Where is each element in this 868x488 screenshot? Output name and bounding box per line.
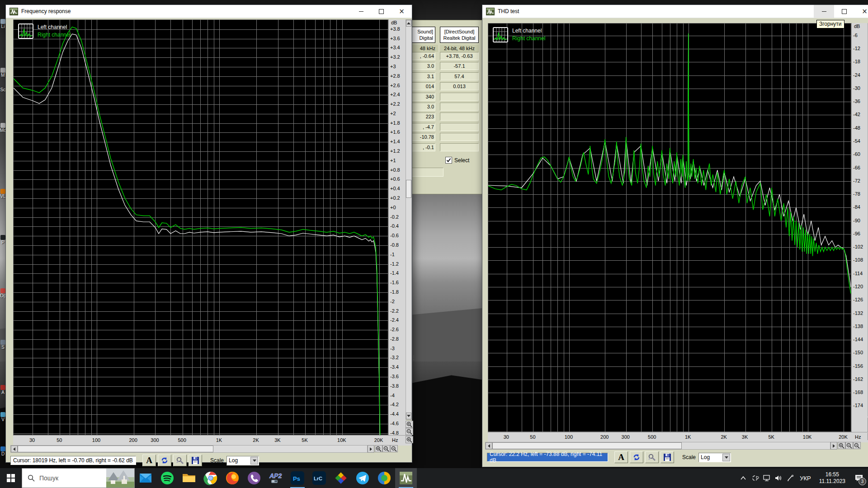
- y-tick-label: -3.4: [390, 364, 399, 370]
- tray-pen-icon[interactable]: [784, 468, 796, 488]
- tray-capture-icon[interactable]: [749, 468, 761, 488]
- y-tick-label: -2.8: [390, 336, 399, 342]
- refresh-button[interactable]: [630, 451, 643, 463]
- result-cell: -57.1: [440, 62, 479, 70]
- result-cell: [440, 143, 479, 151]
- x-zoom-out-button[interactable]: [845, 442, 853, 449]
- scroll-thumb[interactable]: [492, 442, 682, 449]
- search-daily-image[interactable]: [106, 469, 134, 488]
- scroll-right-button[interactable]: [830, 442, 837, 450]
- y-tick-label: -78: [853, 191, 860, 197]
- plot-area[interactable]: Left channelRight channel: [488, 23, 851, 432]
- maximize-button[interactable]: [371, 5, 392, 18]
- taskbar-app-analyzer[interactable]: [395, 468, 417, 488]
- close-button[interactable]: ×: [854, 5, 868, 18]
- settings-button[interactable]: [645, 451, 659, 463]
- select-checkbox[interactable]: [445, 157, 452, 164]
- taskbar-app-explorer[interactable]: [178, 468, 200, 488]
- scroll-thumb[interactable]: [18, 446, 213, 452]
- y-tick-label: -162: [853, 376, 863, 382]
- x-zoom-in-button[interactable]: [838, 442, 845, 449]
- notification-badge: 3: [859, 478, 866, 485]
- action-center-button[interactable]: 3: [850, 468, 868, 488]
- scale-dropdown[interactable]: Log: [226, 456, 259, 465]
- x-zoom-out-button[interactable]: [382, 445, 390, 452]
- x-tick-label: 10K: [803, 434, 812, 440]
- y-tick-label: +1: [390, 158, 396, 163]
- y-tick-label: -4.2: [390, 402, 399, 407]
- scale-dropdown[interactable]: Log: [698, 453, 731, 462]
- minimize-button[interactable]: [351, 5, 371, 18]
- y-tick-label: -1.2: [390, 261, 399, 267]
- tray-network-icon[interactable]: [761, 468, 773, 488]
- taskbar-app-spotify[interactable]: [156, 468, 178, 488]
- y-tick-label: +0: [390, 205, 396, 210]
- horizontal-scrollbar[interactable]: [485, 442, 830, 450]
- window-title: THD test: [498, 8, 519, 14]
- scroll-down-button[interactable]: [406, 413, 411, 419]
- clock[interactable]: 16:55 11.11.2023: [815, 471, 850, 485]
- refresh-button[interactable]: [158, 455, 171, 466]
- taskbar-app-diamond[interactable]: [330, 468, 352, 488]
- y-tick-label: -108: [853, 257, 863, 263]
- y-tick-label: +3.6: [390, 36, 400, 41]
- mail-icon: [138, 471, 153, 485]
- x-tick-label: 300: [622, 434, 630, 440]
- x-zoom-out2-button[interactable]: [853, 442, 861, 449]
- font-button[interactable]: A: [142, 455, 156, 466]
- zoom-reset-button[interactable]: [406, 436, 413, 443]
- plot-area[interactable]: Left channelRight channel: [13, 19, 388, 435]
- taskbar-app-firefox[interactable]: [222, 468, 243, 488]
- app-icon: [9, 8, 18, 15]
- vertical-scrollbar[interactable]: [406, 19, 412, 420]
- cursor-readout[interactable]: Cursor: 18019 Hz, left = -0.70 dB, right…: [10, 456, 136, 465]
- taskbar-app-viber[interactable]: [243, 468, 265, 488]
- taskbar-app-photoshop[interactable]: Ps: [287, 468, 308, 488]
- x-zoom-in-button[interactable]: [375, 445, 382, 452]
- scroll-right-button[interactable]: [368, 445, 374, 453]
- device-header-2[interactable]: [DirectSound]Realtek Digital: [440, 27, 479, 43]
- start-button[interactable]: [0, 468, 22, 488]
- y-tick-label: -0.2: [390, 214, 399, 220]
- taskbar-app-chrome[interactable]: [200, 468, 222, 488]
- x-zoom-out2-button[interactable]: [390, 445, 398, 452]
- desktop-icon-glyph: [0, 288, 5, 293]
- scroll-up-button[interactable]: [406, 20, 411, 27]
- x-tick-label: 30: [504, 434, 509, 440]
- dropdown-arrow-button[interactable]: [722, 454, 730, 461]
- save-button[interactable]: [189, 455, 202, 466]
- scroll-left-button[interactable]: [11, 446, 18, 452]
- y-tick-label: -66: [853, 165, 860, 170]
- close-button[interactable]: ×: [392, 5, 412, 18]
- telegram-icon: [355, 471, 370, 485]
- tray-volume-icon[interactable]: [773, 468, 784, 488]
- minimize-button[interactable]: [814, 5, 834, 18]
- desktop-icon-glyph: [0, 340, 5, 345]
- taskbar-app-circle-app[interactable]: [373, 468, 395, 488]
- maximize-button[interactable]: [834, 5, 854, 18]
- y-zoom-in-button[interactable]: [406, 421, 413, 428]
- taskbar-app-mail[interactable]: [135, 468, 156, 488]
- save-button[interactable]: [660, 451, 674, 463]
- cursor-readout[interactable]: Cursor: 22.2 Hz, left = -73.88 dB, right…: [487, 453, 608, 462]
- y-zoom-out-button[interactable]: [406, 428, 413, 435]
- taskbar-app-ap2[interactable]: AP2: [265, 468, 287, 488]
- dropdown-arrow-button[interactable]: [250, 457, 258, 465]
- horizontal-scrollbar[interactable]: [10, 445, 368, 453]
- taskbar-app-telegram[interactable]: [352, 468, 373, 488]
- tray-chevron-icon[interactable]: [737, 468, 749, 488]
- scroll-thumb[interactable]: [406, 180, 411, 198]
- language-indicator[interactable]: УКР: [796, 475, 815, 482]
- legend-right-channel: Right channel: [38, 31, 71, 39]
- diamond-icon: [334, 471, 348, 485]
- settings-button[interactable]: [173, 455, 187, 466]
- x-axis-labels: 30501002003005001K2K3K5K10K20KHz: [488, 432, 868, 442]
- taskbar-apps: AP2PsLrC: [135, 468, 417, 488]
- taskbar-search-input[interactable]: Пошук: [22, 468, 135, 488]
- taskbar-app-lightroom[interactable]: LrC: [308, 468, 330, 488]
- spotify-icon: [160, 471, 175, 485]
- scroll-left-button[interactable]: [486, 442, 492, 449]
- font-button[interactable]: A: [614, 451, 628, 463]
- svg-text:AP2: AP2: [269, 472, 282, 479]
- svg-text:Ps: Ps: [293, 475, 300, 482]
